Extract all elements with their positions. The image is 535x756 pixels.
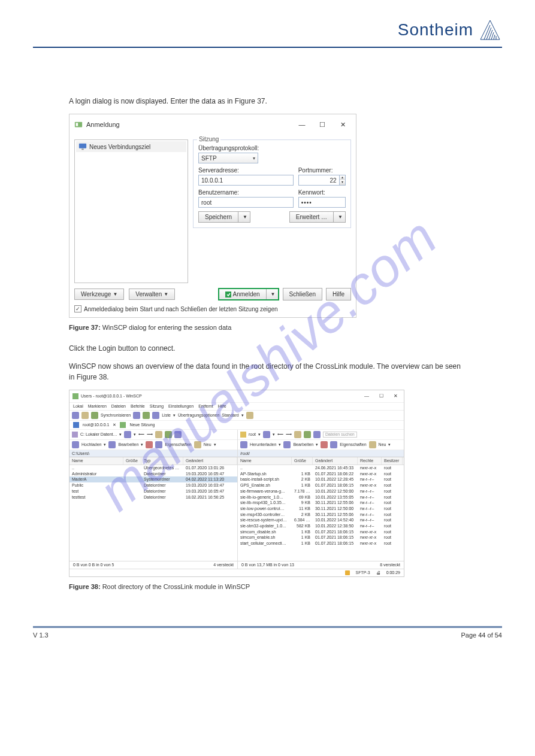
local-path[interactable]: C:\Users\ <box>69 450 237 458</box>
new-session-node[interactable]: Neues Verbindungsziel <box>76 141 186 152</box>
table-row[interactable]: PublicDateiordner19.03.2020 16:03:47 <box>69 482 237 488</box>
session-tab[interactable]: root@10.0.0.1 <box>83 423 109 427</box>
nav-back-icon[interactable]: ⟵ <box>138 432 144 437</box>
upload-icon[interactable] <box>72 441 79 448</box>
remote-dir[interactable]: root <box>249 432 256 437</box>
nav-back-icon[interactable]: ⟵ <box>277 432 283 437</box>
nav-icon[interactable] <box>174 431 182 438</box>
manage-button[interactable]: Verwalten ▼ <box>129 289 175 300</box>
fb-menu-item[interactable]: Sitzung <box>150 404 164 409</box>
edit-label[interactable]: Bearbeiten <box>293 442 313 447</box>
session-tree[interactable]: Neues Verbindungsziel <box>74 139 188 283</box>
table-row[interactable]: sie-rescue-system-upd…6.384 KB10.01.2022… <box>238 517 404 523</box>
advanced-button[interactable]: Erweitert …▼ <box>289 211 346 223</box>
edit-icon[interactable] <box>283 441 291 448</box>
props-label[interactable]: Eigenschaften <box>340 442 366 447</box>
login-button[interactable]: Anmelden ▼ <box>218 288 279 300</box>
close-button[interactable]: ✕ <box>334 118 351 131</box>
table-row[interactable]: AdministratorDateiordner19.03.2020 16:05… <box>69 471 237 477</box>
table-row[interactable]: simcom_enable.sh1 KB01.07.2021 18:06:15r… <box>238 535 404 541</box>
sync-label[interactable]: Synchronisieren <box>101 413 131 418</box>
table-row[interactable]: MaderASystemordner04.02.2022 11:13:20 <box>69 476 237 482</box>
tools-button[interactable]: Werkzeuge ▼ <box>74 289 124 300</box>
fb-menu-item[interactable]: Einstellungen <box>168 404 194 409</box>
delete-icon[interactable] <box>321 441 328 448</box>
table-row[interactable]: ..Übergeordnetes Ve…01.07.2020 13:01:26 <box>69 465 237 471</box>
upload-label[interactable]: Hochladen <box>81 442 101 447</box>
protocol-select[interactable]: SFTP <box>198 153 258 163</box>
column-header[interactable]: Typ <box>141 457 183 464</box>
table-row[interactable]: sie-lib-msp430_1.0.35…9 KB30.11.2021 12:… <box>238 500 404 506</box>
table-row[interactable]: sie-lib-io-generic_1.0…69 KB10.01.2022 1… <box>238 494 404 500</box>
column-header[interactable]: Geändert <box>183 457 237 464</box>
save-button[interactable]: Speichern▼ <box>198 211 250 223</box>
nav-icon[interactable] <box>124 431 131 438</box>
edit-icon[interactable] <box>108 441 116 448</box>
local-drive[interactable]: C: Lokaler Datent… <box>80 432 117 437</box>
username-input[interactable]: root <box>198 197 294 208</box>
close-button-footer[interactable]: Schließen <box>283 288 322 300</box>
fb-menu-item[interactable]: Entfernt <box>198 404 213 409</box>
download-label[interactable]: Herunterladen <box>250 442 276 447</box>
table-row[interactable]: basic-install-script.sh2 KB10.01.2022 12… <box>238 476 404 482</box>
table-row[interactable]: ..24.06.2021 16:45:33rwxr-xr-xroot <box>238 465 404 471</box>
find-icon[interactable] <box>313 431 321 438</box>
toolbar-icon[interactable] <box>133 412 140 419</box>
table-row[interactable]: sie-msp430-controller…2 KB30.11.2021 12:… <box>238 512 404 518</box>
search-input[interactable]: Dateien suchen <box>323 432 357 438</box>
new-label[interactable]: Neu <box>379 442 386 447</box>
fb-menu-item[interactable]: Befehle <box>131 404 145 409</box>
refresh-icon[interactable] <box>165 431 172 438</box>
column-header[interactable]: Größe <box>292 457 313 464</box>
column-header[interactable]: Größe <box>123 457 141 464</box>
table-row[interactable]: start_cellular_connecti…1 KB01.07.2021 1… <box>238 541 404 546</box>
fb-minimize[interactable]: — <box>361 392 372 400</box>
nav-icon[interactable] <box>263 431 270 438</box>
table-row[interactable]: testtestDateiordner18.02.2021 16:56:25 <box>69 494 237 500</box>
delete-icon[interactable] <box>146 441 153 448</box>
column-header[interactable]: Name <box>238 457 292 464</box>
toolbar-icon[interactable] <box>72 412 79 419</box>
table-row[interactable]: sie-low-power-control…11 KB30.11.2021 12… <box>238 506 404 512</box>
fb-menu-item[interactable]: Lokal <box>73 404 83 409</box>
queue-icon[interactable] <box>152 412 159 419</box>
new-icon[interactable] <box>369 441 376 448</box>
props-icon[interactable] <box>330 441 337 448</box>
fb-menu-item[interactable]: Hilfe <box>218 404 226 409</box>
std-label[interactable]: Standard <box>222 413 238 418</box>
table-row[interactable]: AP-Startup.sh1 KB01.07.2021 18:06:22rwxr… <box>238 471 404 477</box>
table-row[interactable]: testDateiordner19.03.2020 16:05:47 <box>69 488 237 494</box>
minimize-button[interactable]: — <box>294 118 310 131</box>
props-icon[interactable] <box>155 441 162 448</box>
port-spinner[interactable]: ▴▾ <box>340 175 346 186</box>
table-row[interactable]: GPS_Enable.sh1 KB01.07.2021 18:06:15rwxr… <box>238 482 404 488</box>
table-row[interactable]: sie-stm32-updater_1.0…582 KB10.01.2022 1… <box>238 523 404 529</box>
new-icon[interactable] <box>194 441 201 448</box>
column-header[interactable]: Besitzer <box>382 457 403 464</box>
refresh-icon[interactable] <box>304 431 311 438</box>
queue-label[interactable]: Liste <box>162 413 171 418</box>
maximize-button[interactable]: ☐ <box>314 118 331 131</box>
show-login-checkbox[interactable]: ✓ <box>74 305 81 312</box>
home-icon[interactable] <box>294 431 301 438</box>
new-session-btn[interactable]: Neue Sitzung <box>129 423 155 427</box>
help-button[interactable]: Hilfe <box>326 288 351 300</box>
nav-fwd-icon[interactable]: ⟶ <box>147 432 153 437</box>
table-row[interactable]: sie-firmware-verona-g…7.178 KB10.01.2022… <box>238 488 404 494</box>
sync-icon[interactable] <box>91 412 98 419</box>
toolbar-icon[interactable] <box>246 412 253 419</box>
toolbar-icon[interactable] <box>81 412 89 419</box>
table-row[interactable]: simcom_disable.sh1 KB01.07.2021 18:06:15… <box>238 529 404 535</box>
toolbar-icon[interactable] <box>143 412 150 419</box>
port-input[interactable]: 22 <box>298 175 340 186</box>
fb-menu-item[interactable]: Markieren <box>88 404 107 409</box>
props-label[interactable]: Eigenschaften <box>165 442 191 447</box>
home-icon[interactable] <box>155 431 162 438</box>
edit-label[interactable]: Bearbeiten <box>118 442 138 447</box>
server-input[interactable]: 10.0.0.1 <box>198 175 294 186</box>
nav-fwd-icon[interactable]: ⟶ <box>286 432 292 437</box>
column-header[interactable]: Geändert <box>313 457 358 464</box>
fb-maximize[interactable]: ☐ <box>376 392 386 400</box>
password-input[interactable]: •••• <box>298 197 346 208</box>
download-icon[interactable] <box>240 441 247 448</box>
